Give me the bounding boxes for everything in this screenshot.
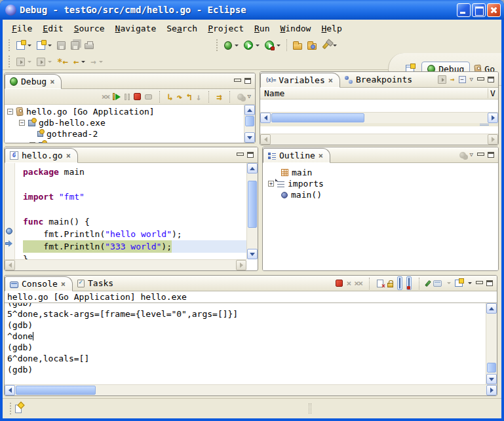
step-return-icon[interactable]: ↰ [186, 93, 191, 101]
close-tab-icon[interactable]: × [61, 281, 66, 287]
view-menu-chevron-icon[interactable]: ▽ [470, 152, 473, 158]
scroll-right-button[interactable] [486, 385, 497, 395]
menu-run[interactable]: Run [249, 22, 275, 35]
outline-item-imports[interactable]: + imports [268, 178, 498, 189]
next-annotation-button[interactable] [14, 56, 33, 67]
code-line[interactable] [23, 178, 246, 191]
use-step-filters-icon[interactable]: ⇉ [216, 93, 222, 101]
close-tab-icon[interactable]: × [50, 79, 54, 85]
search-button[interactable] [320, 40, 339, 50]
close-tab-icon[interactable]: × [66, 153, 71, 159]
scroll-down-button[interactable] [486, 374, 497, 384]
scroll-left-button[interactable] [5, 260, 15, 270]
link-with-editor-icon[interactable] [459, 152, 466, 158]
console-vscrollbar[interactable] [486, 303, 497, 384]
code-area[interactable]: package main import "fmt" func main() { … [15, 163, 246, 259]
debug-button[interactable] [222, 40, 241, 51]
tab-debug[interactable]: Debug × [5, 74, 62, 89]
collapse-expander-icon[interactable] [29, 142, 35, 143]
scroll-right-button[interactable] [236, 260, 246, 270]
new-button[interactable] [14, 40, 33, 51]
last-edit-location-button[interactable]: *← [55, 56, 70, 67]
run-external-tools-button[interactable] [263, 39, 282, 51]
fast-view-icon[interactable] [15, 405, 22, 413]
step-into-icon[interactable]: ↳ [167, 93, 172, 101]
minimize-button[interactable] [457, 3, 471, 17]
terminate-icon[interactable] [134, 93, 141, 100]
debug-tree-row-process[interactable]: − gdb-hello.exe [7, 117, 255, 128]
variables-detail-hscrollbar[interactable] [260, 134, 498, 145]
tab-tasks[interactable]: ✓ Tasks [73, 276, 120, 291]
display-selected-console-icon[interactable] [433, 280, 442, 287]
menu-navigate[interactable]: Navigate [110, 22, 162, 35]
scroll-thumb[interactable] [16, 386, 96, 395]
scroll-thumb[interactable] [248, 181, 257, 228]
scroll-lock-icon[interactable] [387, 283, 393, 287]
show-on-stdout-toggle[interactable] [397, 276, 402, 290]
debug-tree-vscrollbar[interactable] [244, 105, 255, 143]
minimize-view-icon[interactable] [477, 152, 484, 158]
scroll-up-button[interactable] [247, 163, 258, 174]
save-button[interactable] [55, 40, 68, 51]
menu-edit[interactable]: Edit [37, 22, 68, 35]
forward-button[interactable]: → [88, 56, 104, 67]
clear-console-icon[interactable] [377, 280, 383, 287]
print-button[interactable] [83, 40, 96, 50]
editor-vscrollbar[interactable] [246, 163, 258, 259]
variables-detail-pane[interactable] [260, 126, 498, 134]
menu-file[interactable]: File [7, 22, 37, 35]
view-menu-chevron-icon[interactable]: ▽ [248, 94, 251, 100]
debug-tree-row-clipped[interactable] [7, 139, 255, 143]
open-resource-button[interactable] [305, 40, 319, 51]
debug-tree[interactable]: − hello.go [Go Application] − gdb-hello.… [5, 105, 255, 143]
show-on-stderr-toggle[interactable] [406, 276, 412, 290]
scroll-left-button[interactable] [260, 134, 271, 145]
remove-all-terminated-icon[interactable]: ×× [102, 93, 109, 101]
step-over-icon[interactable]: ↷ [177, 93, 182, 101]
pin-console-icon[interactable] [425, 280, 431, 286]
tab-variables[interactable]: (x)= Variables × [260, 73, 340, 88]
toolbar-drag-handle[interactable] [7, 56, 12, 67]
maximize-view-icon[interactable] [488, 152, 494, 158]
tab-hello-go[interactable]: G hello.go × [5, 148, 78, 163]
close-tab-icon[interactable]: × [328, 77, 333, 84]
code-line-breakpoint[interactable]: fmt.Println("hello world"); [23, 228, 246, 240]
remove-launch-icon[interactable]: × [347, 280, 351, 287]
scroll-thumb[interactable] [245, 116, 254, 126]
annotation-ruler[interactable] [5, 163, 15, 259]
scroll-down-button[interactable] [244, 132, 255, 143]
variables-table-empty[interactable] [260, 100, 498, 112]
open-console-icon[interactable] [455, 280, 463, 287]
terminate-icon[interactable] [336, 280, 343, 287]
back-button[interactable]: ← [71, 56, 87, 67]
outline-item-main-func[interactable]: main() [268, 189, 498, 200]
close-button[interactable] [487, 3, 501, 17]
scroll-down-button[interactable] [247, 249, 258, 259]
scroll-right-button[interactable] [488, 134, 498, 145]
maximize-view-icon[interactable] [244, 78, 251, 84]
code-line[interactable]: func main() { [23, 215, 246, 228]
expand-expander-icon[interactable]: + [268, 181, 274, 187]
debug-tree-row-launch[interactable]: − hello.go [Go Application] [7, 106, 255, 117]
disconnect-icon[interactable] [145, 94, 152, 100]
maximize-button[interactable] [472, 3, 486, 17]
scroll-left-button[interactable] [5, 385, 15, 395]
tab-console[interactable]: Console × [5, 276, 73, 291]
code-line-current[interactable]: fmt.Println("333 world"); [23, 240, 246, 253]
tab-outline[interactable]: Outline × [263, 148, 330, 163]
editor-hscrollbar[interactable] [5, 259, 246, 270]
minimize-view-icon[interactable] [234, 78, 241, 84]
console-output[interactable]: (gdb) 5^done,stack-args=[frame={level="0… [5, 303, 486, 384]
minimize-view-icon[interactable] [476, 280, 482, 286]
minimize-view-icon[interactable] [477, 77, 484, 82]
menu-source[interactable]: Source [69, 22, 110, 35]
column-header-name[interactable]: Name [260, 88, 488, 98]
debug-tree-row-thread[interactable]: gothread-2 [7, 128, 255, 139]
new-wizard-button[interactable] [35, 40, 54, 51]
save-all-button[interactable] [69, 40, 81, 51]
collapse-all-icon[interactable]: − [459, 76, 466, 83]
menu-search[interactable]: Search [161, 22, 203, 35]
collapse-expander-icon[interactable]: − [19, 120, 25, 126]
tab-breakpoints[interactable]: Breakpoints [340, 72, 419, 87]
collapse-expander-icon[interactable]: − [7, 109, 13, 115]
